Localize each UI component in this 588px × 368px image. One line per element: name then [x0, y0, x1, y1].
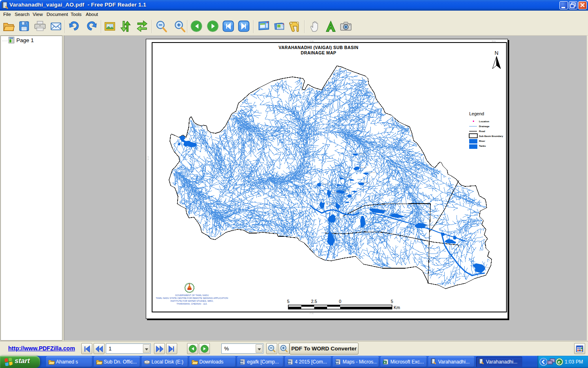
- svg-text:Tank name: Tank name: [483, 267, 490, 268]
- svg-text:River: River: [479, 140, 486, 142]
- svg-text:Sub Basin Boundary: Sub Basin Boundary: [479, 135, 503, 137]
- svg-text:Tank name: Tank name: [334, 218, 341, 219]
- svg-text:Legend: Legend: [469, 111, 484, 116]
- svg-text:e: e: [558, 359, 560, 364]
- svg-text:W: W: [288, 361, 291, 364]
- svg-text:Tank name: Tank name: [359, 153, 366, 155]
- svg-text:5: 5: [287, 299, 290, 304]
- svg-text:5: 5: [391, 299, 393, 304]
- svg-text:Tank name: Tank name: [344, 190, 351, 192]
- svg-text:THARAMANI, CHENNAI - 113.: THARAMANI, CHENNAI - 113.: [176, 303, 207, 305]
- svg-text:0: 0: [339, 299, 341, 304]
- svg-text:VARAHANADHI (VAIGAI) SUB BASIN: VARAHANADHI (VAIGAI) SUB BASIN: [278, 45, 358, 50]
- svg-text:Tanks: Tanks: [479, 145, 486, 147]
- svg-text:Drainage: Drainage: [479, 125, 490, 128]
- svg-text:TAMIL NADU STATE CENTRE FOR RE: TAMIL NADU STATE CENTRE FOR REMOTE SENSI…: [156, 297, 228, 299]
- svg-text:Km: Km: [394, 305, 400, 310]
- svg-text:Tank name: Tank name: [325, 203, 332, 205]
- svg-text:Tank name: Tank name: [363, 182, 370, 184]
- svg-text:N: N: [494, 50, 498, 56]
- svg-text:Tank name: Tank name: [344, 177, 351, 178]
- svg-text:77 45: 77 45: [310, 40, 314, 42]
- svg-text:GOVERNMENT OF TAMIL NADU: GOVERNMENT OF TAMIL NADU: [175, 294, 209, 296]
- svg-text:Location: Location: [479, 120, 489, 123]
- svg-text:Tank name: Tank name: [369, 172, 376, 173]
- svg-text:Road: Road: [479, 130, 485, 132]
- svg-text:77 45: 77 45: [310, 312, 314, 314]
- svg-text:Tank name: Tank name: [360, 167, 367, 168]
- svg-text:W: W: [240, 361, 243, 364]
- svg-text:2.5: 2.5: [311, 299, 317, 304]
- svg-text:Tank name: Tank name: [365, 221, 372, 223]
- svg-text:Tank name: Tank name: [332, 192, 339, 193]
- svg-text:DRAINAGE MAP: DRAINAGE MAP: [301, 50, 336, 55]
- svg-text:Tank name: Tank name: [425, 224, 432, 226]
- svg-text:78 15: 78 15: [492, 40, 496, 42]
- svg-text:10 15: 10 15: [147, 156, 149, 160]
- svg-text:W: W: [336, 361, 339, 364]
- svg-text:X: X: [384, 361, 386, 364]
- svg-text:INSTITUTE FOR WATER STUDIES, W: INSTITUTE FOR WATER STUDIES, WRO,: [170, 300, 214, 302]
- svg-text:Tank name: Tank name: [322, 183, 329, 185]
- svg-text:Tank name: Tank name: [381, 209, 388, 211]
